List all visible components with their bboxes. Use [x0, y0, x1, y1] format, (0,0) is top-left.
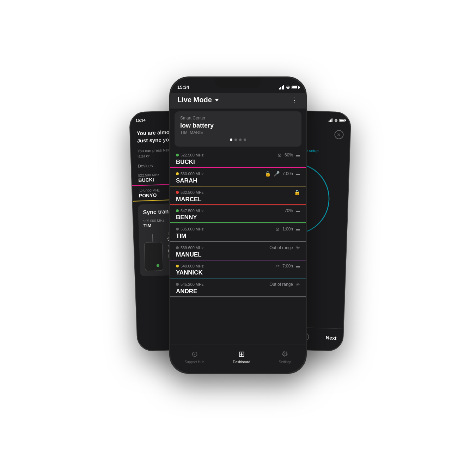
nav-dashboard[interactable]: ⊞ Dashboard	[233, 350, 250, 364]
device-marcel-freq: 532.500 MHz	[176, 190, 203, 195]
marcel-info: 🔒	[294, 190, 300, 195]
bucki-mute-icon: ⊘	[277, 152, 282, 158]
bucki-name: BUCKI	[176, 159, 300, 166]
right-signal-icon	[329, 117, 332, 122]
sync-tim-name: TIM	[144, 222, 165, 228]
device-manuel-freq: 539.600 MHz	[176, 246, 203, 250]
benny-batt-icon: ▬	[296, 208, 300, 213]
tim-batt-icon: ▬	[296, 227, 300, 232]
tim-status-dot	[176, 228, 179, 230]
device-sarah-row: 530.000 MHz 🔒 🎤 7:00h ▬	[176, 171, 300, 177]
dot-2	[234, 138, 237, 141]
yannick-battery: 7:00h	[282, 264, 293, 269]
yannick-batt-icon: ▬	[296, 264, 300, 269]
sarah-status-dot	[176, 172, 179, 175]
tim-name: TIM	[176, 233, 300, 240]
yannick-name: YANNICK	[176, 269, 300, 276]
smart-center-dots	[180, 138, 296, 141]
yannick-status-dot	[176, 265, 179, 267]
center-phone-screen: 15:34 ⊛ Live Mode	[170, 78, 306, 373]
device-andre[interactable]: 545.200 MHz Out of range ✳ ANDRE	[170, 279, 306, 297]
device-yannick-freq: 540.000 MHz	[176, 264, 203, 268]
marcel-lock-icon: 🔒	[294, 190, 300, 195]
device-benny-freq: 547.500 MHz	[176, 209, 203, 213]
dot-3	[239, 138, 242, 141]
center-notch	[215, 78, 261, 88]
sarah-batt-icon: ▬	[296, 171, 300, 176]
device-tim[interactable]: 535.000 MHz ⊘ 1:00h ▬ TIM	[170, 223, 306, 242]
sarah-name: SARAH	[176, 177, 300, 184]
device-marcel-row: 532.500 MHz 🔒	[176, 190, 300, 195]
tim-info: ⊘ 1:00h ▬	[275, 226, 300, 232]
right-wifi-icon: ⊛	[334, 118, 337, 122]
dashboard-icon: ⊞	[238, 350, 245, 359]
nav-support-hub[interactable]: ⊙ Support Hub	[184, 350, 204, 364]
device-andre-row: 545.200 MHz Out of range ✳	[176, 282, 300, 287]
scene: 15:34 You are almost done!Just sync your…	[44, 31, 432, 419]
manuel-bt-icon: ✳	[296, 245, 300, 251]
benny-name: BENNY	[176, 214, 300, 221]
center-header: Live Mode ⋮	[170, 93, 306, 109]
andre-bt-icon: ✳	[296, 282, 300, 287]
center-time: 15:34	[177, 85, 189, 90]
center-bottom-nav: ⊙ Support Hub ⊞ Dashboard ⚙ Settings	[170, 345, 306, 373]
sarah-battery: 7:00h	[282, 171, 293, 176]
yannick-info: ✂ 7:00h ▬	[276, 264, 300, 269]
live-mode-title: Live Mode	[177, 96, 219, 104]
nav-settings[interactable]: ⚙ Settings	[279, 350, 291, 364]
bucki-info: ⊘ 60% ▬	[277, 152, 300, 158]
smart-center-title: low battery	[180, 122, 296, 129]
center-battery-icon	[292, 86, 299, 89]
benny-status-dot	[176, 209, 179, 212]
device-andre-freq: 545.200 MHz	[176, 282, 203, 286]
device-bucki[interactable]: 522.500 MHz ⊘ 60% ▬ BUCKI	[170, 149, 306, 168]
manuel-info: Out of range ✳	[269, 245, 300, 251]
next-button[interactable]: Next	[326, 335, 337, 341]
close-button[interactable]: ✕	[334, 130, 344, 139]
menu-dots-icon[interactable]: ⋮	[291, 96, 299, 104]
manuel-status-dot	[176, 246, 179, 249]
center-phone: 15:34 ⊛ Live Mode	[169, 76, 307, 374]
right-status-icons: ⊛	[329, 117, 345, 123]
support-hub-icon: ⊙	[191, 350, 198, 359]
dot-1	[230, 138, 232, 141]
device-sarah-freq: 530.000 MHz	[176, 172, 203, 176]
device-tim-freq: 535.000 MHz	[176, 227, 203, 231]
device-manuel[interactable]: 539.600 MHz Out of range ✳ MANUEL	[170, 242, 306, 261]
manuel-out-of-range: Out of range	[269, 245, 293, 250]
device-benny-row: 547.500 MHz 70% ▬	[176, 208, 300, 213]
smart-center-sub: TIM, MARIE	[180, 130, 296, 135]
settings-label: Settings	[279, 360, 291, 364]
benny-battery: 70%	[285, 208, 293, 213]
device-tim-row: 535.000 MHz ⊘ 1:00h ▬	[176, 226, 300, 232]
benny-info: 70% ▬	[285, 208, 300, 213]
andre-out-of-range: Out of range	[269, 282, 293, 287]
dot-4	[244, 138, 246, 141]
device-manuel-row: 539.600 MHz Out of range ✳	[176, 245, 300, 251]
center-wifi-icon: ⊛	[286, 85, 290, 90]
tim-mute-icon: ⊘	[275, 226, 280, 232]
sarah-mute-icon: 🎤	[274, 171, 280, 177]
yannick-mute-icon: ✂	[276, 264, 280, 269]
device-benny[interactable]: 547.500 MHz 70% ▬ BENNY	[170, 205, 306, 223]
left-time: 15:34	[135, 118, 146, 122]
sarah-info: 🔒 🎤 7:00h ▬	[265, 171, 300, 177]
dropdown-arrow-icon[interactable]	[215, 99, 219, 101]
bucki-battery: 60%	[285, 153, 293, 158]
bucki-status-dot	[176, 154, 179, 156]
right-battery-icon	[339, 119, 345, 122]
device-sarah[interactable]: 530.000 MHz 🔒 🎤 7:00h ▬ SARAH	[170, 168, 306, 187]
device-marcel[interactable]: 532.500 MHz 🔒 MARCEL	[170, 187, 306, 205]
marcel-status-dot	[176, 191, 179, 194]
andre-name: ANDRE	[176, 288, 300, 295]
device-bucki-row: 522.500 MHz ⊘ 60% ▬	[176, 152, 300, 158]
device-yannick-row: 540.000 MHz ✂ 7:00h ▬	[176, 264, 300, 269]
sarah-lock-icon: 🔒	[265, 171, 271, 177]
center-signal-icon	[279, 85, 284, 90]
device-list: 522.500 MHz ⊘ 60% ▬ BUCKI	[170, 149, 306, 297]
smart-center-label: Smart Center	[180, 116, 296, 121]
device-bucki-freq: 522.500 MHz	[176, 153, 203, 157]
support-hub-label: Support Hub	[184, 360, 204, 364]
dashboard-label: Dashboard	[233, 360, 250, 364]
device-yannick[interactable]: 540.000 MHz ✂ 7:00h ▬ YANNICK	[170, 261, 306, 279]
